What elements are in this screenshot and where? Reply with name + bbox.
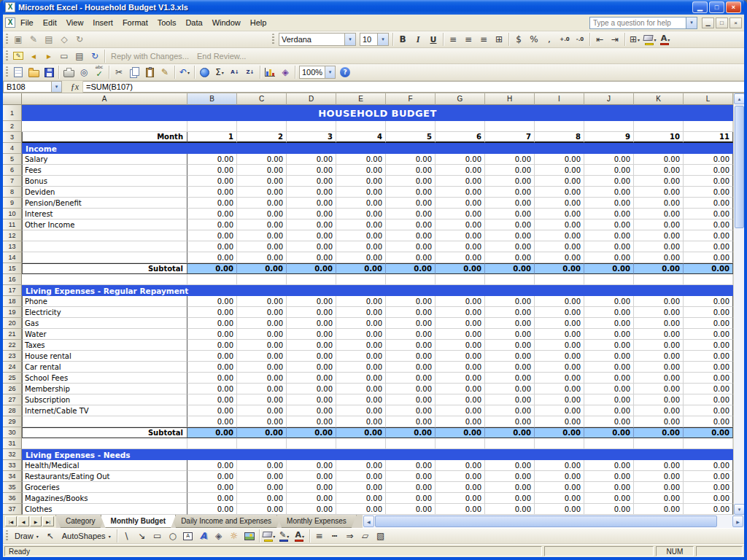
cell-B28[interactable]: 0.00 bbox=[187, 405, 237, 416]
vertical-scrollbar[interactable]: ▲ ▼ bbox=[733, 93, 745, 515]
cell-B6[interactable]: 0.00 bbox=[187, 165, 237, 176]
row-header-5[interactable]: 5 bbox=[3, 154, 22, 165]
cell-H8[interactable]: 0.00 bbox=[485, 187, 535, 198]
row-header-29[interactable]: 29 bbox=[3, 416, 22, 427]
cell-D5[interactable]: 0.00 bbox=[287, 154, 336, 165]
cell-C27[interactable]: 0.00 bbox=[237, 394, 287, 405]
cell-C28[interactable]: 0.00 bbox=[237, 405, 287, 416]
cell-I10[interactable]: 0.00 bbox=[535, 209, 584, 219]
cell-K13[interactable]: 0.00 bbox=[634, 241, 684, 252]
cell-K34[interactable]: 0.00 bbox=[634, 471, 684, 482]
scroll-up-icon[interactable]: ▲ bbox=[734, 93, 745, 104]
cell-F18[interactable]: 0.00 bbox=[386, 296, 436, 307]
cell-G24[interactable]: 0.00 bbox=[436, 362, 485, 373]
arrow-style-icon[interactable]: ⇒ bbox=[343, 529, 357, 543]
horizontal-scroll-thumb[interactable] bbox=[375, 516, 718, 527]
cell-I33[interactable]: 0.00 bbox=[535, 460, 584, 471]
cell-L14[interactable]: 0.00 bbox=[684, 252, 733, 263]
column-header-I[interactable]: I bbox=[535, 93, 584, 105]
cell-K35[interactable]: 0.00 bbox=[634, 482, 684, 493]
wordart-icon[interactable]: A bbox=[196, 529, 211, 543]
cell-G10[interactable]: 0.00 bbox=[436, 209, 485, 219]
sort-ascending-icon[interactable]: A↓ bbox=[228, 65, 242, 79]
diagram-icon[interactable]: ◈ bbox=[212, 529, 226, 543]
cell-H29[interactable]: 0.00 bbox=[485, 416, 535, 427]
cell-F25[interactable]: 0.00 bbox=[386, 373, 436, 384]
cell-I9[interactable]: 0.00 bbox=[535, 198, 584, 209]
cell-B26[interactable]: 0.00 bbox=[187, 384, 237, 394]
cell-I15[interactable]: 0.00 bbox=[535, 263, 584, 274]
cell-H10[interactable]: 0.00 bbox=[485, 209, 535, 219]
cell-K25[interactable]: 0.00 bbox=[634, 373, 684, 384]
cell-H5[interactable]: 0.00 bbox=[485, 154, 535, 165]
cell-K11[interactable]: 0.00 bbox=[634, 219, 684, 230]
cell-G22[interactable]: 0.00 bbox=[436, 340, 485, 351]
cell-E11[interactable]: 0.00 bbox=[336, 219, 386, 230]
cell-J9[interactable]: 0.00 bbox=[584, 198, 634, 209]
cell-C7[interactable]: 0.00 bbox=[237, 176, 287, 187]
cell-C15[interactable]: 0.00 bbox=[237, 263, 287, 274]
cell-F10[interactable]: 0.00 bbox=[386, 209, 436, 219]
row-header-23[interactable]: 23 bbox=[3, 351, 22, 362]
cell-G11[interactable]: 0.00 bbox=[436, 219, 485, 230]
cell-H19[interactable]: 0.00 bbox=[485, 307, 535, 318]
cell-H33[interactable]: 0.00 bbox=[485, 460, 535, 471]
cell-E24[interactable]: 0.00 bbox=[336, 362, 386, 373]
cell-E3[interactable]: 4 bbox=[336, 132, 386, 143]
cell-A33[interactable]: Health/Medical bbox=[22, 460, 187, 471]
cell-A36[interactable]: Magazines/Books bbox=[22, 493, 187, 504]
cell-D14[interactable]: 0.00 bbox=[287, 252, 336, 263]
cell-B31[interactable] bbox=[187, 438, 237, 449]
cell-H30[interactable]: 0.00 bbox=[485, 427, 535, 438]
cell-C8[interactable]: 0.00 bbox=[237, 187, 287, 198]
cell-F12[interactable]: 0.00 bbox=[386, 230, 436, 241]
cell-J7[interactable]: 0.00 bbox=[584, 176, 634, 187]
workbook-minimize-button[interactable]: ▁ bbox=[702, 18, 714, 28]
cell-F21[interactable]: 0.00 bbox=[386, 329, 436, 340]
cell-A30[interactable]: Subtotal bbox=[22, 427, 187, 438]
cell-I5[interactable]: 0.00 bbox=[535, 154, 584, 165]
cell-H37[interactable]: 0.00 bbox=[485, 504, 535, 515]
decrease-decimal-icon[interactable]: -.0 bbox=[573, 32, 587, 47]
cell-H20[interactable]: 0.00 bbox=[485, 318, 535, 329]
row-header-26[interactable]: 26 bbox=[3, 384, 22, 394]
cell-H9[interactable]: 0.00 bbox=[485, 198, 535, 209]
cell-G13[interactable]: 0.00 bbox=[436, 241, 485, 252]
bold-icon[interactable]: B bbox=[395, 32, 410, 47]
select-all-corner[interactable] bbox=[3, 93, 22, 105]
cell-C20[interactable]: 0.00 bbox=[237, 318, 287, 329]
sort-descending-icon[interactable]: Z↓ bbox=[243, 65, 258, 79]
cell-C16[interactable] bbox=[237, 274, 287, 285]
new-workbook-icon[interactable] bbox=[11, 65, 26, 79]
cell-J15[interactable]: 0.00 bbox=[584, 263, 634, 274]
cell-E37[interactable]: 0.00 bbox=[336, 504, 386, 515]
cell-C6[interactable]: 0.00 bbox=[237, 165, 287, 176]
cell-B30[interactable]: 0.00 bbox=[187, 427, 237, 438]
select-objects-icon[interactable]: ↖ bbox=[43, 529, 58, 543]
cell-I25[interactable]: 0.00 bbox=[535, 373, 584, 384]
row-header-17[interactable]: 17 bbox=[3, 285, 22, 296]
cell-G18[interactable]: 0.00 bbox=[436, 296, 485, 307]
cell-L20[interactable]: 0.00 bbox=[684, 318, 733, 329]
cell-K7[interactable]: 0.00 bbox=[634, 176, 684, 187]
cell-G25[interactable]: 0.00 bbox=[436, 373, 485, 384]
cell-B13[interactable]: 0.00 bbox=[187, 241, 237, 252]
row-header-22[interactable]: 22 bbox=[3, 340, 22, 351]
cell-J19[interactable]: 0.00 bbox=[584, 307, 634, 318]
cell-G15[interactable]: 0.00 bbox=[436, 263, 485, 274]
cell-B10[interactable]: 0.00 bbox=[187, 209, 237, 219]
cell-F6[interactable]: 0.00 bbox=[386, 165, 436, 176]
cell-F27[interactable]: 0.00 bbox=[386, 394, 436, 405]
cell-J5[interactable]: 0.00 bbox=[584, 154, 634, 165]
draw-menu-button[interactable]: Draw▾ bbox=[11, 529, 42, 543]
cell-B29[interactable]: 0.00 bbox=[187, 416, 237, 427]
cell-B25[interactable]: 0.00 bbox=[187, 373, 237, 384]
row-header-13[interactable]: 13 bbox=[3, 241, 22, 252]
row-header-19[interactable]: 19 bbox=[3, 307, 22, 318]
column-header-L[interactable]: L bbox=[684, 93, 733, 105]
row-header-9[interactable]: 9 bbox=[3, 198, 22, 209]
cell-E22[interactable]: 0.00 bbox=[336, 340, 386, 351]
cell-C3[interactable]: 2 bbox=[237, 132, 287, 143]
three-d-style-icon[interactable]: ▧ bbox=[374, 529, 388, 543]
cell-D3[interactable]: 3 bbox=[287, 132, 336, 143]
